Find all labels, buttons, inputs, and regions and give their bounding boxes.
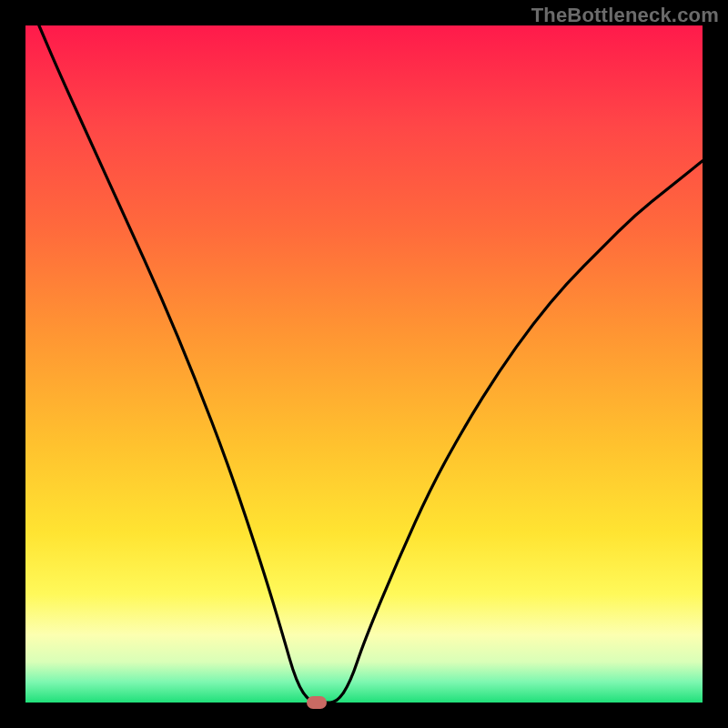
optimal-marker [307, 696, 327, 709]
watermark-label: TheBottleneck.com [531, 4, 719, 27]
plot-area [25, 25, 703, 703]
chart-frame: TheBottleneck.com [0, 0, 728, 728]
bottleneck-curve [25, 25, 703, 703]
